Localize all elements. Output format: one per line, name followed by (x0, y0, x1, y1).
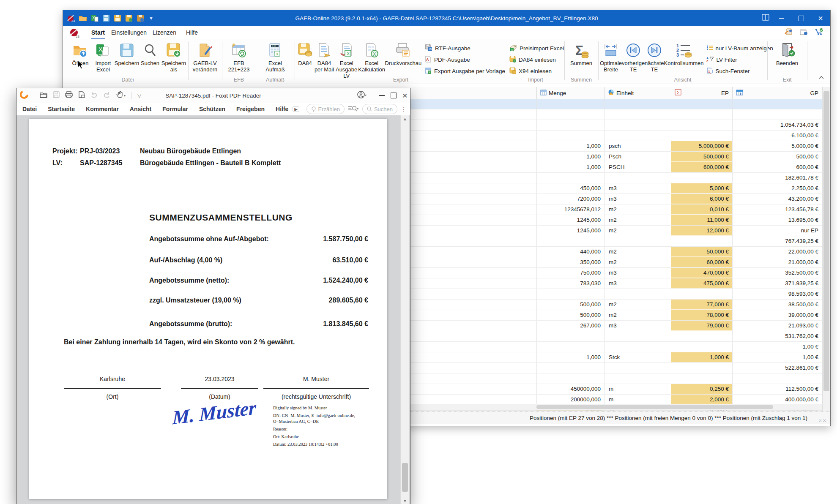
table-vertical-scrollbar[interactable] (822, 87, 830, 411)
menu-schuetzen[interactable]: Schützen (199, 106, 225, 112)
table-cell: Stck (604, 352, 671, 362)
import-excel-button[interactable]: X Import Excel (92, 41, 115, 73)
ribbon: Öffnen X Import Excel Speichern Suchen (63, 39, 830, 84)
fx-hand-tool-icon[interactable]: ▾ (116, 91, 126, 100)
svg-text:A: A (706, 57, 708, 60)
speichern-button[interactable]: Speichern (115, 41, 139, 66)
da84-button[interactable]: DA84 (296, 41, 314, 66)
excel-calc-icon: X (364, 41, 379, 59)
menu-startseite[interactable]: Startseite (48, 106, 75, 112)
preisimport-excel-button[interactable]: X Preisimport Excel (509, 43, 564, 53)
table-cell: m2 (604, 300, 671, 310)
fx-print-page-icon[interactable] (78, 91, 85, 100)
fx-customize-icon[interactable]: ▽ (137, 93, 141, 98)
foxit-maximize-button[interactable] (391, 93, 397, 98)
fx-open-icon[interactable] (40, 91, 47, 100)
table-cell: 750,000 (536, 268, 604, 278)
table-cell (536, 236, 604, 246)
pdf-ausgabe-button[interactable]: A PDF-Ausgabe (425, 54, 505, 65)
fx-redo-icon[interactable] (103, 92, 110, 100)
kontrollsummen-button[interactable]: 123 Kontrollsummen (664, 41, 704, 66)
excel-ausgabe-lv-button[interactable]: X Excel Ausgabe LV (335, 41, 358, 79)
fx-print-icon[interactable] (65, 91, 73, 100)
hscroll-thumb[interactable] (536, 405, 773, 409)
tab-hilfe[interactable]: Hilfe (186, 26, 198, 38)
app-menu-logo-icon[interactable]: 23 (69, 27, 80, 40)
nur-lv-baum-button[interactable]: nur LV-Baum anzeigen (706, 43, 773, 53)
digital-signature-block: Digitally signed by M. Muster DN: CN=M. … (273, 405, 373, 449)
tab-lizenzen[interactable]: Lizenzen (153, 26, 176, 38)
az-filter-icon: AZ (706, 56, 714, 63)
layout-icon[interactable] (762, 14, 769, 22)
erzaehlen-button[interactable]: Erzählen (306, 104, 345, 114)
header-cell-gp[interactable]: Σ GP (732, 87, 822, 99)
account-icon[interactable]: ▾ (357, 90, 367, 101)
excel-aufmass-button[interactable]: 0.00X Excel Aufmaß (262, 41, 288, 73)
menu-overflow-button[interactable]: ▶ (293, 106, 299, 112)
efb-221-223-button[interactable]: EFB 221+223 (224, 41, 254, 73)
table-cell (536, 109, 604, 120)
table-cell: 200000,000 (536, 395, 604, 405)
maximize-button[interactable] (791, 10, 811, 26)
close-button[interactable]: × (811, 10, 830, 26)
fx-undo-icon[interactable] (90, 92, 98, 100)
da84-einlesen-button[interactable]: DA84 einlesen (509, 54, 564, 65)
lv-filter-button[interactable]: AZ LV Filter (706, 54, 773, 65)
druckvorschau-button[interactable]: Druckvorschau (385, 41, 421, 66)
beenden-button[interactable]: Beenden (774, 41, 801, 66)
ribbon-collapse-icon[interactable] (818, 74, 824, 81)
summen-button[interactable]: Σ Summen (568, 41, 595, 66)
header-cell-einheit[interactable]: Einheit (604, 87, 671, 99)
pdf-projekt-nr: PRJ-03/2023 (80, 147, 120, 155)
menu-freigeben[interactable]: Freigeben (236, 106, 265, 112)
search-pill[interactable]: Suchen (362, 104, 397, 114)
svg-text:▾: ▾ (357, 107, 358, 111)
header-cell-menge[interactable]: Menge (536, 87, 604, 99)
table-cell: 112.500,00 € (732, 384, 822, 394)
x94-einlesen-button[interactable]: X94 einlesen (509, 66, 564, 76)
speichern-als-button[interactable]: Speichern als (161, 41, 186, 73)
scroll-up-icon[interactable]: ▲ (401, 117, 409, 121)
tab-einstellungen[interactable]: Einstellungen (111, 26, 147, 38)
table-cell: 13.695,00 € (732, 215, 822, 225)
group-label-export: Export (296, 77, 505, 83)
zoom-tool-icon[interactable]: ▾ (348, 105, 359, 113)
naechste-te-button[interactable]: nächste TE (645, 41, 664, 73)
fx-save-icon[interactable] (53, 91, 60, 100)
foxit-minimize-button[interactable] (379, 95, 385, 96)
resize-grip[interactable]: ⁙⁙ (818, 418, 827, 423)
cart-icon[interactable] (814, 27, 824, 38)
such-fenster-button[interactable]: Such-Fenster (706, 66, 773, 76)
pdf-vertical-scrollbar[interactable]: ▲ ▼ (400, 115, 409, 504)
excel-kalkulation-button[interactable]: X Excel Kalkulation (358, 41, 385, 73)
da84-per-mail-button[interactable]: DA84 per Mail (314, 41, 335, 73)
table-cell: 1245,000 (536, 215, 604, 225)
scroll-down-icon[interactable]: ▼ (401, 499, 409, 503)
table-cell: 1,00 € (732, 352, 822, 362)
menu-datei[interactable]: Datei (22, 106, 37, 112)
group-separator (807, 41, 807, 80)
suchen-button[interactable]: Suchen (139, 41, 161, 66)
package-icon[interactable] (799, 27, 808, 38)
rtf-ausgabe-button[interactable]: W RTF-Ausgabe (425, 43, 505, 53)
more-options-icon[interactable]: ⋮ (401, 106, 407, 112)
group-separator (598, 41, 599, 80)
menu-formular[interactable]: Formular (162, 106, 188, 112)
vscroll-thumb[interactable] (823, 91, 829, 391)
optimale-breite-button[interactable]: Optimale Breite (600, 41, 622, 73)
export-vorlage-button[interactable]: X Export Ausgabe per Vorlage (425, 66, 505, 76)
vorherige-te-button[interactable]: vorherige TE (622, 41, 645, 73)
minimize-button[interactable] (772, 10, 791, 26)
tab-start[interactable]: Start (91, 26, 105, 40)
menu-ansicht[interactable]: Ansicht (130, 106, 151, 112)
foxit-close-button[interactable]: × (402, 91, 408, 100)
table-cell (671, 109, 732, 120)
header-cell-ep[interactable]: Σ EP (671, 87, 732, 99)
pdf-scroll-thumb[interactable] (402, 463, 408, 492)
menu-hilfe[interactable]: Hilfe (276, 106, 288, 112)
gaeb-lv-veraendern-button[interactable]: GAEB-LV verändern (190, 41, 220, 73)
table-cell: 475,000 € (671, 278, 732, 289)
pdf-projekt-label: Projekt: (52, 147, 78, 155)
share-icon[interactable] (784, 27, 793, 38)
menu-kommentar[interactable]: Kommentar (86, 106, 119, 112)
